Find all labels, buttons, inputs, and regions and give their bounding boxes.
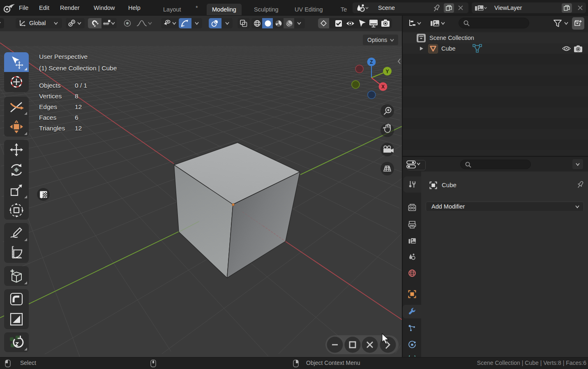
svg-text:Z: Z bbox=[370, 59, 373, 65]
svg-text:X: X bbox=[381, 84, 385, 90]
svg-text:Y: Y bbox=[385, 69, 389, 74]
